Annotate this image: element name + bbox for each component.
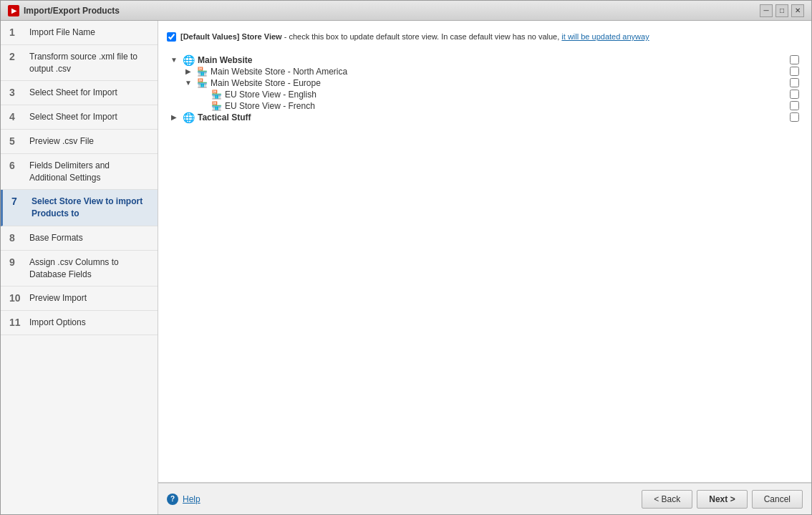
minimize-button[interactable]: ─ — [760, 4, 773, 17]
sidebar-item-11[interactable]: 11 Import Options — [1, 311, 158, 335]
footer-left: ? Help — [167, 494, 200, 505]
eu-french-checkbox[interactable] — [790, 101, 799, 110]
sidebar-label-5: Preview .csv File — [29, 135, 94, 148]
europe-toggle[interactable]: ▼ — [183, 77, 194, 89]
tree-node-main-website: ▼ 🌐 Main Website — [168, 54, 801, 112]
north-america-checkbox[interactable] — [790, 67, 799, 76]
sidebar-item-4[interactable]: 4 Select Sheet for Import — [1, 105, 158, 130]
sidebar-item-5[interactable]: 5 Preview .csv File — [1, 130, 158, 154]
content-inner: [Default Values] Store View - check this… — [158, 21, 811, 483]
tree-node-tactical: ▶ 🌐 Tactical Stuff — [168, 112, 801, 123]
sidebar-label-3: Select Sheet for Import — [29, 87, 117, 99]
sidebar-label-1: Import File Name — [29, 27, 95, 39]
help-icon: ? — [167, 494, 178, 505]
europe-row[interactable]: ▼ 🏪 Main Website Store - Europe — [183, 77, 801, 89]
north-america-row[interactable]: ▶ 🏪 Main Website Store - North America — [183, 66, 801, 77]
sidebar-num-7: 7 — [11, 196, 26, 207]
tree-node-europe: ▼ 🏪 Main Website Store - Europe — [183, 77, 801, 112]
window-controls: ─ □ ✕ — [760, 4, 804, 17]
main-website-row[interactable]: ▼ 🌐 Main Website — [168, 54, 801, 66]
eu-english-label: EU Store View - English — [225, 90, 787, 100]
sidebar-num-5: 5 — [9, 135, 24, 147]
main-content: 1 Import File Name 2 Transform source .x… — [1, 21, 811, 514]
sidebar-num-8: 8 — [9, 232, 24, 244]
eu-english-row[interactable]: 🏪 EU Store View - English — [197, 89, 801, 100]
default-values-text: [Default Values] Store View - check this… — [180, 31, 649, 43]
app-icon: ▶ — [8, 5, 19, 16]
default-values-link: it will be updated anyway — [561, 32, 649, 41]
sidebar-label-6: Fields Delimiters and Additional Setting… — [29, 160, 149, 184]
footer: ? Help < Back Next > Cancel — [158, 483, 811, 514]
main-website-children: ▶ 🏪 Main Website Store - North America — [168, 66, 801, 112]
tactical-toggle[interactable]: ▶ — [168, 112, 180, 123]
sidebar-label-11: Import Options — [29, 317, 86, 329]
store-icon-fr: 🏪 — [211, 101, 222, 111]
sidebar: 1 Import File Name 2 Transform source .x… — [1, 21, 158, 514]
title-bar: ▶ Import/Export Products ─ □ ✕ — [1, 1, 811, 21]
content-area: [Default Values] Store View - check this… — [158, 21, 811, 514]
sidebar-item-3[interactable]: 3 Select Sheet for Import — [1, 81, 158, 105]
sidebar-item-9[interactable]: 9 Assign .csv Columns to Database Fields — [1, 251, 158, 287]
default-values-checkbox[interactable] — [167, 32, 176, 42]
default-values-label: [Default Values] Store View - check this… — [180, 32, 649, 41]
store-icon-eu: 🏪 — [197, 78, 208, 88]
window-title: Import/Export Products — [24, 6, 120, 16]
close-button[interactable]: ✕ — [791, 4, 804, 17]
store-icon-en: 🏪 — [211, 90, 222, 100]
tree-container: ▼ 🌐 Main Website — [165, 54, 804, 123]
sidebar-item-2[interactable]: 2 Transform source .xml file to output .… — [1, 45, 158, 82]
sidebar-label-9: Assign .csv Columns to Database Fields — [29, 256, 149, 281]
globe-icon-tactical: 🌐 — [183, 112, 195, 123]
north-america-label: Main Website Store - North America — [211, 67, 787, 77]
title-bar-left: ▶ Import/Export Products — [8, 5, 120, 16]
tree-node-eu-french: 🏪 EU Store View - French — [197, 100, 801, 112]
next-button[interactable]: Next > — [697, 490, 747, 509]
sidebar-num-1: 1 — [9, 27, 24, 38]
sidebar-item-8[interactable]: 8 Base Formats — [1, 226, 158, 251]
default-values-row: [Default Values] Store View - check this… — [165, 28, 804, 46]
tactical-row[interactable]: ▶ 🌐 Tactical Stuff — [168, 112, 801, 123]
sidebar-item-10[interactable]: 10 Preview Import — [1, 287, 158, 311]
sidebar-item-6[interactable]: 6 Fields Delimiters and Additional Setti… — [1, 154, 158, 191]
tactical-label: Tactical Stuff — [198, 112, 787, 122]
europe-checkbox[interactable] — [790, 78, 799, 87]
sidebar-label-8: Base Formats — [29, 232, 83, 244]
globe-icon-main: 🌐 — [183, 54, 195, 66]
back-button[interactable]: < Back — [642, 490, 692, 509]
main-website-toggle[interactable]: ▼ — [168, 54, 180, 66]
sidebar-num-3: 3 — [9, 87, 24, 98]
sidebar-num-6: 6 — [9, 160, 24, 171]
store-icon-na: 🏪 — [197, 67, 208, 77]
tree-node-eu-english: 🏪 EU Store View - English — [197, 89, 801, 100]
main-website-checkbox[interactable] — [790, 55, 799, 64]
tree-node-north-america: ▶ 🏪 Main Website Store - North America — [183, 66, 801, 77]
eu-french-row[interactable]: 🏪 EU Store View - French — [197, 100, 801, 112]
restore-button[interactable]: □ — [775, 4, 788, 17]
main-window: ▶ Import/Export Products ─ □ ✕ 1 Import … — [0, 0, 812, 515]
footer-buttons: < Back Next > Cancel — [642, 490, 803, 509]
cancel-button[interactable]: Cancel — [752, 490, 803, 509]
eu-french-label: EU Store View - French — [225, 101, 787, 111]
sidebar-label-7: Select Store View to import Products to — [32, 196, 149, 220]
main-website-label: Main Website — [198, 55, 787, 65]
sidebar-num-9: 9 — [9, 256, 24, 268]
sidebar-num-11: 11 — [9, 317, 24, 328]
help-link[interactable]: Help — [183, 494, 200, 504]
eu-english-checkbox[interactable] — [790, 90, 799, 99]
sidebar-label-2: Transform source .xml file to output .cs… — [29, 51, 149, 75]
north-america-toggle[interactable]: ▶ — [183, 66, 194, 77]
europe-label: Main Website Store - Europe — [211, 78, 787, 88]
sidebar-label-4: Select Sheet for Import — [29, 111, 117, 123]
sidebar-label-10: Preview Import — [29, 292, 87, 304]
sidebar-num-4: 4 — [9, 111, 24, 122]
tactical-checkbox[interactable] — [790, 112, 799, 122]
sidebar-num-10: 10 — [9, 292, 24, 304]
sidebar-item-7[interactable]: 7 Select Store View to import Products t… — [1, 190, 158, 226]
europe-children: 🏪 EU Store View - English — [183, 89, 801, 112]
sidebar-num-2: 2 — [9, 51, 24, 62]
sidebar-item-1[interactable]: 1 Import File Name — [1, 21, 158, 45]
